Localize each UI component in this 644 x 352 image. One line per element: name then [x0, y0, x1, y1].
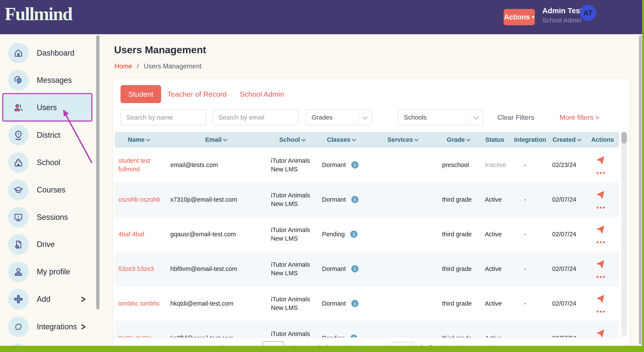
- column-header-label: Created: [552, 136, 576, 143]
- send-message-button[interactable]: [596, 191, 606, 201]
- sidebar-item-users[interactable]: Users: [4, 97, 92, 118]
- sort-chevron-icon: [302, 137, 306, 141]
- column-header-created[interactable]: Created: [552, 132, 581, 148]
- user-info[interactable]: Admin Testing School Admin: [542, 7, 578, 24]
- clear-filters-button[interactable]: Clear Filters: [498, 110, 534, 125]
- user-name-link[interactable]: 4baf 4baf: [118, 230, 144, 238]
- classes-info-icon[interactable]: i: [351, 265, 358, 272]
- column-header-label: Name: [128, 136, 145, 143]
- schools-dropdown[interactable]: Schools: [398, 110, 483, 125]
- user-email: hkqtdi@email-test.com: [170, 299, 233, 308]
- column-header-label: Integration: [514, 136, 546, 143]
- search-name-input[interactable]: [120, 110, 206, 125]
- column-header-school[interactable]: School: [279, 132, 305, 148]
- sidebar-item-label: Courses: [37, 185, 66, 194]
- user-name-link[interactable]: student testfullmind: [118, 156, 150, 173]
- breadcrumb-home-link[interactable]: Home: [114, 63, 132, 70]
- row-actions-menu-button[interactable]: [596, 276, 605, 278]
- classes-info-icon[interactable]: i: [351, 300, 358, 307]
- actions-button[interactable]: Actions ▾: [504, 9, 535, 25]
- user-grade: third grade: [442, 299, 472, 308]
- sidebar-item-label: Drive: [37, 240, 55, 249]
- send-message-icon: [595, 190, 606, 201]
- sidebar-scrollbar[interactable]: [96, 35, 100, 309]
- sidebar-item-school[interactable]: School: [4, 152, 92, 173]
- users-icon: [13, 102, 24, 113]
- column-header-classes[interactable]: Classes: [327, 132, 356, 148]
- search-email-input[interactable]: [212, 110, 298, 125]
- user-created-date: 02/07/24: [552, 299, 576, 308]
- column-header-label: Status: [485, 136, 504, 143]
- row-actions-menu-button[interactable]: [596, 241, 605, 243]
- sidebar-item-add[interactable]: Add>: [4, 289, 92, 309]
- user-created-date: 02/07/24: [552, 230, 576, 238]
- classes-status: Dormant: [322, 299, 346, 308]
- column-header-grade[interactable]: Grade: [447, 132, 470, 148]
- send-message-button[interactable]: [596, 294, 606, 305]
- sidebar-item-my-profile[interactable]: My profile: [4, 261, 92, 282]
- sidebar-item-district[interactable]: District: [4, 125, 92, 145]
- sidebar-item-messages[interactable]: Messages: [4, 70, 92, 91]
- sort-chevron-icon: [577, 137, 582, 141]
- classes-info-icon[interactable]: i: [351, 161, 358, 169]
- more-filters-link[interactable]: More filters >: [560, 110, 599, 125]
- column-header-name[interactable]: Name: [128, 132, 150, 148]
- send-message-button[interactable]: [596, 260, 606, 270]
- row-actions-menu-button[interactable]: [596, 172, 605, 174]
- monitor-play-icon-circle: [8, 207, 29, 228]
- user-email: hbf9vm@email-test.com: [170, 264, 237, 273]
- user-created-date: 02/07/24: [552, 195, 576, 204]
- classes-cell: Dormanti: [322, 299, 358, 308]
- plus-icon-circle: [8, 289, 29, 309]
- row-actions-menu-button[interactable]: [596, 311, 605, 313]
- sync-icon-circle: [8, 316, 29, 337]
- column-header-email[interactable]: Email: [205, 132, 227, 148]
- classes-cell: Dormanti: [322, 264, 358, 273]
- sidebar-item-sessions[interactable]: Sessions: [4, 207, 92, 228]
- avatar[interactable]: AT: [580, 5, 596, 21]
- actions-button-label: Actions: [504, 13, 530, 21]
- grades-dropdown[interactable]: Grades: [306, 110, 372, 125]
- row-actions-menu-button[interactable]: [596, 207, 605, 209]
- user-school: iTutor AnimalsNew LMS: [271, 226, 310, 243]
- sidebar-item-courses[interactable]: Courses: [4, 180, 92, 200]
- user-grade: third grade: [442, 230, 472, 238]
- page-scrollbar[interactable]: [639, 35, 642, 345]
- send-message-icon: [595, 225, 606, 235]
- classes-info-icon[interactable]: i: [351, 196, 358, 203]
- sidebar-item-drive[interactable]: Drive: [4, 234, 92, 255]
- user-status: Active: [485, 264, 502, 273]
- user-grade: third grade: [442, 264, 472, 273]
- user-name-link[interactable]: oszohb oszohb: [118, 195, 160, 204]
- table-row: 53ze3 53ze3hbf9vm@email-test.comiTutor A…: [114, 251, 619, 286]
- tab-teacher-of-record[interactable]: Teacher of Record: [167, 85, 227, 103]
- user-grade: preschool: [442, 161, 469, 169]
- breadcrumb-current: Users Management: [144, 63, 202, 70]
- classes-status: Dormant: [322, 195, 346, 204]
- column-header-label: Email: [205, 136, 222, 143]
- sidebar-item-label: Messages: [37, 76, 72, 85]
- breadcrumb-separator: /: [137, 63, 139, 70]
- user-name-link[interactable]: 53ze3 53ze3: [118, 264, 154, 273]
- tab-school-admin[interactable]: School Admin: [240, 85, 284, 103]
- sidebar-item-dashboard[interactable]: Dashboard: [4, 43, 92, 63]
- sort-chevron-icon: [414, 137, 418, 141]
- chat-icon: [13, 75, 24, 86]
- send-message-icon: [595, 259, 606, 270]
- sidebar-item-integrations[interactable]: Integrations>: [4, 316, 92, 337]
- user-integration: -: [524, 264, 526, 273]
- user-name-link[interactable]: iombhc iombhc: [118, 299, 160, 308]
- tab-student[interactable]: Student: [120, 85, 161, 103]
- sort-chevron-icon: [146, 137, 150, 141]
- classes-status: Pending: [322, 230, 345, 238]
- send-message-button[interactable]: [596, 225, 606, 236]
- column-header-services[interactable]: Services: [388, 132, 418, 148]
- chevron-right-icon: >: [81, 294, 86, 305]
- caret-down-icon: ▾: [532, 15, 534, 20]
- classes-info-icon[interactable]: i: [350, 230, 358, 238]
- user-school: iTutor AnimalsNew LMS: [271, 295, 310, 312]
- user-email: gqausr@email-test.com: [170, 230, 236, 238]
- row-actions: [596, 294, 606, 313]
- table-scrollbar-thumb[interactable]: [621, 132, 627, 144]
- send-message-button[interactable]: [596, 156, 606, 167]
